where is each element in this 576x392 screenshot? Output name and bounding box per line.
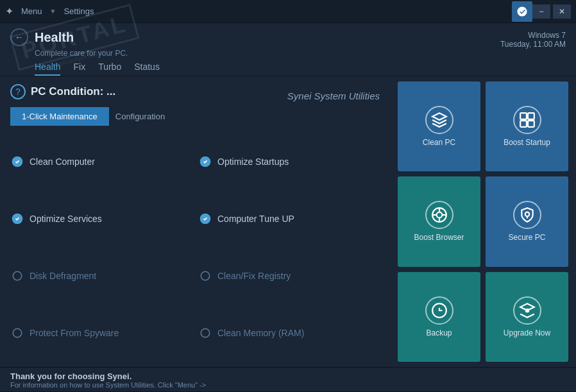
radio-icon-clean-fix-registry [198, 269, 212, 283]
pc-condition: ? PC Condition: ... [10, 84, 115, 99]
option-label-clean-computer: Clean Computer [30, 157, 95, 167]
header: ← Health Complete care for your PC. Heal… [0, 23, 576, 76]
maintenance-tab-button[interactable]: 1-Click Maintenance [10, 107, 109, 126]
check-icon-computer-tune-up [198, 212, 212, 226]
header-back: ← Health [10, 28, 500, 46]
option-clean-computer[interactable]: Clean Computer [10, 135, 192, 188]
upgrade-now-label: Upgrade Now [504, 328, 550, 337]
svg-point-13 [436, 212, 442, 218]
main-content: ? PC Condition: ... Synei System Utiliti… [0, 76, 576, 367]
close-button[interactable]: ✕ [553, 4, 571, 19]
radio-icon-clean-memory-ram [198, 326, 212, 340]
left-panel: ? PC Condition: ... Synei System Utiliti… [0, 76, 390, 367]
svg-point-22 [525, 309, 529, 313]
option-computer-tune-up[interactable]: Computer Tune UP [198, 192, 380, 245]
pc-condition-row: ? PC Condition: ... Synei System Utiliti… [10, 84, 380, 107]
svg-rect-10 [520, 121, 527, 127]
header-right: Windows 7 Tuesday, 11:00 AM [500, 28, 566, 49]
option-protect-from-spyware[interactable]: Protect From Spyware [10, 306, 192, 359]
title-bar-left: ✦ Menu ▼ Settings [5, 5, 512, 17]
secure-pc-label: Secure PC [508, 233, 545, 242]
secure-pc-icon [513, 201, 541, 229]
svg-point-5 [201, 271, 210, 280]
minimize-button[interactable]: − [532, 4, 550, 19]
option-disk-defragment[interactable]: Disk Defragment [10, 249, 192, 302]
upgrade-now-icon [513, 296, 541, 325]
page-title: Health [35, 30, 74, 45]
action-card-boost-startup[interactable]: Boost Startup [486, 81, 568, 171]
synei-title: Synei System Utilities [287, 90, 380, 101]
option-label-optimize-startups: Optimize Startups [217, 157, 289, 167]
backup-label: Backup [426, 328, 452, 337]
logo-icon [512, 1, 532, 22]
svg-rect-8 [520, 113, 527, 119]
option-clean-memory-ram[interactable]: Clean Memory (RAM) [198, 306, 380, 359]
back-button[interactable]: ← [10, 28, 28, 46]
tab-health[interactable]: Health [35, 62, 60, 76]
page-subtitle: Complete care for your PC. [35, 49, 500, 58]
svg-point-7 [201, 328, 210, 337]
boost-startup-icon [513, 106, 541, 134]
title-bar-controls: − ✕ [532, 4, 571, 19]
tab-status[interactable]: Status [134, 62, 160, 76]
boost-browser-icon [425, 201, 453, 229]
option-label-protect-from-spyware: Protect From Spyware [30, 328, 119, 338]
nav-tabs: Health Fix Turbo Status [35, 62, 500, 76]
svg-point-6 [13, 328, 22, 337]
check-icon-optimize-services [10, 212, 24, 226]
svg-point-4 [13, 271, 22, 280]
backup-icon [425, 296, 453, 325]
option-label-computer-tune-up: Computer Tune UP [217, 214, 294, 224]
title-bar: ✦ Menu ▼ Settings − ✕ [0, 0, 576, 23]
boost-startup-label: Boost Startup [504, 138, 550, 147]
check-icon-optimize-startups [198, 155, 212, 169]
tab-buttons: 1-Click Maintenance Configuration [10, 107, 380, 126]
option-optimize-startups[interactable]: Optimize Startups [198, 135, 380, 188]
settings-button[interactable]: Settings [64, 6, 94, 16]
check-icon-clean-computer [10, 155, 24, 169]
clean-pc-icon [425, 106, 453, 134]
svg-point-18 [525, 212, 529, 217]
option-label-clean-fix-registry: Clean/Fix Registry [217, 271, 291, 281]
datetime: Tuesday, 11:00 AM [500, 40, 566, 49]
action-card-clean-pc[interactable]: Clean PC [398, 81, 480, 171]
os-info: Windows 7 [500, 31, 566, 40]
right-panel: Clean PC Boost Startup [390, 76, 576, 367]
info-text: For information on how to use System Uti… [10, 381, 566, 389]
radio-icon-protect-from-spyware [10, 326, 24, 340]
boost-browser-label: Boost Browser [414, 233, 464, 242]
header-left: ← Health Complete care for your PC. Heal… [10, 28, 500, 76]
option-label-disk-defragment: Disk Defragment [30, 271, 96, 281]
option-label-clean-memory-ram: Clean Memory (RAM) [217, 328, 304, 338]
tab-turbo[interactable]: Turbo [98, 62, 121, 76]
tab-fix[interactable]: Fix [73, 62, 85, 76]
action-card-secure-pc[interactable]: Secure PC [486, 176, 568, 266]
svg-rect-11 [528, 121, 534, 127]
pc-condition-label: PC Condition: ... [31, 85, 115, 98]
action-card-backup[interactable]: Backup [398, 272, 480, 362]
footer-info: Thank you for choosing Synei. For inform… [0, 367, 576, 391]
options-grid: Clean Computer Optimize Startups Optimiz… [10, 135, 380, 359]
pc-condition-help-icon[interactable]: ? [10, 84, 26, 99]
menu-button[interactable]: Menu [21, 6, 42, 16]
radio-icon-disk-defragment [10, 269, 24, 283]
action-card-upgrade-now[interactable]: Upgrade Now [486, 272, 568, 362]
option-optimize-services[interactable]: Optimize Services [10, 192, 192, 245]
option-label-optimize-services: Optimize Services [30, 214, 102, 224]
svg-rect-9 [528, 113, 534, 119]
option-clean-fix-registry[interactable]: Clean/Fix Registry [198, 249, 380, 302]
dove-icon: ✦ [5, 5, 13, 17]
clean-pc-label: Clean PC [423, 138, 455, 147]
config-label: Configuration [109, 107, 171, 126]
action-card-boost-browser[interactable]: Boost Browser [398, 176, 480, 266]
thank-you-text: Thank you for choosing Synei. [10, 371, 566, 381]
menu-area: ✦ Menu ▼ Settings [5, 5, 94, 17]
